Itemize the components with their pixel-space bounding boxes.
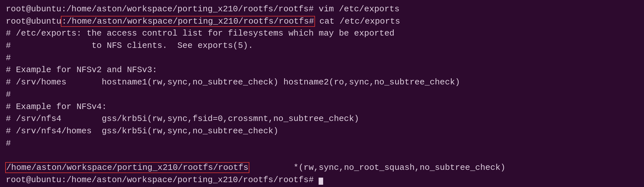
line-10: # /srv/nfs4 gss/krb5i(rw,sync,fsid=0,cro… bbox=[6, 113, 638, 125]
path-highlight-2: :/home/aston/workspace/porting_x210/root… bbox=[61, 16, 314, 26]
prompt-prefix-2: root@ubuntu bbox=[6, 16, 61, 26]
line-11: # /srv/nfs4/homes gss/krb5i(rw,sync,no_s… bbox=[6, 125, 638, 138]
prompt-1: root@ubuntu:/home/aston/workspace/portin… bbox=[6, 4, 399, 14]
line-1: root@ubuntu:/home/aston/workspace/portin… bbox=[6, 3, 638, 16]
terminal-window: root@ubuntu:/home/aston/workspace/portin… bbox=[6, 3, 638, 184]
final-prompt: root@ubuntu:/home/aston/workspace/portin… bbox=[6, 175, 319, 185]
nfs-options: *(rw,sync,no_root_squash,no_subtree_chec… bbox=[249, 163, 506, 172]
line-3: # /etc/exports: the access control list … bbox=[6, 28, 638, 40]
line-8: # bbox=[6, 89, 638, 101]
line-4: # to NFS clients. See exports(5). bbox=[6, 40, 638, 52]
nfs-path-highlight: /home/aston/workspace/porting_x210/rootf… bbox=[6, 163, 249, 172]
line-6: # Example for NFSv2 and NFSv3: bbox=[6, 64, 638, 76]
line-5: # bbox=[6, 52, 638, 64]
line-empty bbox=[6, 149, 638, 162]
line-12: # bbox=[6, 138, 638, 150]
command-2: cat /etc/exports bbox=[314, 16, 400, 26]
line-14-prompt: root@ubuntu:/home/aston/workspace/portin… bbox=[6, 174, 638, 186]
cursor bbox=[319, 178, 323, 185]
line-13-nfs: /home/aston/workspace/porting_x210/rootf… bbox=[6, 162, 638, 174]
line-9: # Example for NFSv4: bbox=[6, 101, 638, 113]
line-7: # /srv/homes hostname1(rw,sync,no_subtre… bbox=[6, 76, 638, 89]
line-2: root@ubuntu:/home/aston/workspace/portin… bbox=[6, 16, 638, 28]
